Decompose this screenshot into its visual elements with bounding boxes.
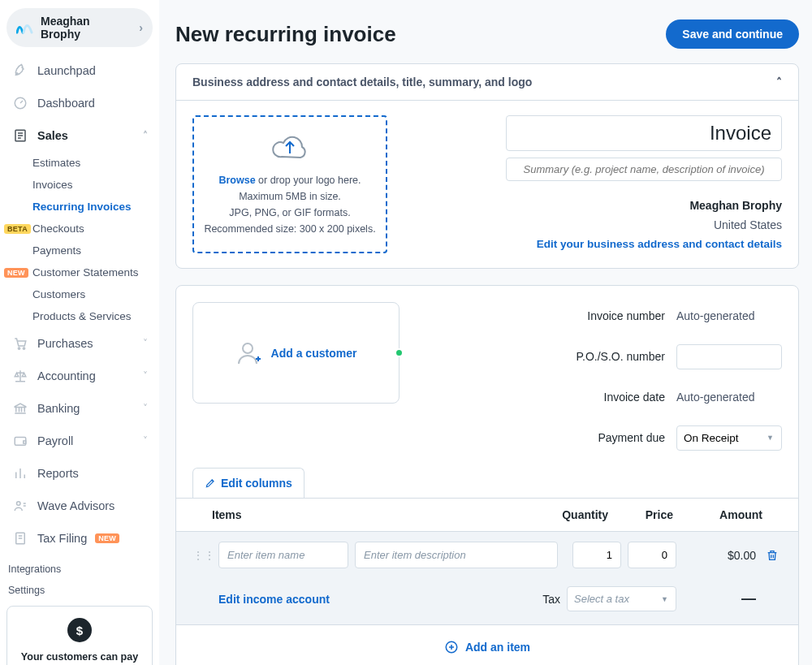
chevron-right-icon: › xyxy=(139,21,143,34)
nav-launchpad[interactable]: Launchpad xyxy=(6,55,153,86)
nav-tax-filing[interactable]: Tax Filing NEW xyxy=(6,523,153,554)
item-qty-input[interactable] xyxy=(572,542,621,568)
tax-doc-icon xyxy=(11,529,29,547)
drag-handle-icon[interactable]: ⋮⋮ xyxy=(192,549,212,562)
nav-sales-customer-statements[interactable]: NEW Customer Statements xyxy=(31,262,153,283)
tax-select[interactable]: Select a tax xyxy=(567,586,676,611)
add-customer-label: Add a customer xyxy=(271,347,357,360)
item-desc-input[interactable] xyxy=(355,542,558,568)
business-location: United States xyxy=(714,218,782,231)
nav-payroll[interactable]: Payroll ˅ xyxy=(6,425,153,456)
nav-sales[interactable]: Sales ˄ xyxy=(6,120,153,151)
wave-logo-icon xyxy=(16,20,34,35)
payment-due-select[interactable]: On Receipt xyxy=(676,425,782,451)
chevron-down-icon: ˅ xyxy=(143,338,148,349)
delete-item-button[interactable] xyxy=(762,549,782,562)
invoice-icon xyxy=(11,127,29,145)
edit-columns-tab[interactable]: Edit columns xyxy=(192,468,304,498)
nav-sales-payments[interactable]: Payments xyxy=(31,240,153,261)
bank-icon xyxy=(11,399,29,417)
add-item-button[interactable]: Add an item xyxy=(176,624,798,665)
nav-sales-checkouts[interactable]: BETA Checkouts xyxy=(31,218,153,239)
nav-settings[interactable]: Settings xyxy=(6,581,153,599)
bars-icon xyxy=(11,464,29,482)
account-name: Meaghan Brophy xyxy=(41,15,132,41)
invoice-date-value: Auto-generated xyxy=(676,383,782,411)
edit-income-account-link[interactable]: Edit income account xyxy=(218,593,529,606)
invoice-date-label: Invoice date xyxy=(416,391,665,404)
tax-amount-placeholder: — xyxy=(683,590,756,607)
dollar-coin-icon: $ xyxy=(67,618,92,642)
page-title: New recurring invoice xyxy=(175,22,396,47)
promo-title: Your customers can pay you online xyxy=(15,650,144,665)
sidebar: Meaghan Brophy › Launchpad Dashboard Sal… xyxy=(0,0,159,665)
col-quantity: Quantity xyxy=(543,508,608,521)
rocket-icon xyxy=(11,62,29,80)
cloud-upload-icon xyxy=(270,132,309,164)
item-amount: $0.00 xyxy=(683,549,756,562)
nav-purchases[interactable]: Purchases ˅ xyxy=(6,328,153,359)
line-item-row: ⋮⋮ $0.00 xyxy=(176,532,798,578)
promo-card: $ Your customers can pay you online Coll… xyxy=(6,606,153,665)
advisor-icon xyxy=(11,497,29,515)
logo-dropzone[interactable]: Browse or drop your logo here. Maximum 5… xyxy=(192,115,387,253)
new-badge: NEW xyxy=(4,268,28,278)
add-customer-card[interactable]: Add a customer xyxy=(192,302,400,404)
account-switcher[interactable]: Meaghan Brophy › xyxy=(6,8,153,47)
nav-dashboard[interactable]: Dashboard xyxy=(6,88,153,119)
business-name: Meaghan Brophy xyxy=(689,199,782,212)
save-continue-button[interactable]: Save and continue xyxy=(666,19,799,49)
nav-sales-products-services[interactable]: Products & Services xyxy=(31,306,153,326)
nav-integrations[interactable]: Integrations xyxy=(6,560,153,578)
nav-wave-advisors[interactable]: Wave Advisors xyxy=(6,490,153,521)
nav-banking[interactable]: Banking ˅ xyxy=(6,393,153,424)
main-content: New recurring invoice Save and continue … xyxy=(159,0,812,665)
col-amount: Amount xyxy=(673,508,762,521)
invoice-title-input[interactable] xyxy=(506,115,782,151)
po-so-label: P.O./S.O. number xyxy=(416,350,665,363)
items-header-row: Items Quantity Price Amount xyxy=(176,498,798,532)
col-price: Price xyxy=(608,508,673,521)
nav-sales-estimates[interactable]: Estimates xyxy=(31,153,153,173)
browse-link: Browse xyxy=(218,175,255,186)
status-dot-icon xyxy=(395,348,404,357)
chevron-down-icon: ˅ xyxy=(143,403,148,414)
sales-subnav: Estimates Invoices Recurring Invoices BE… xyxy=(31,153,153,326)
po-so-input[interactable] xyxy=(676,344,782,369)
chevron-down-icon: ˅ xyxy=(143,435,148,447)
svg-point-2 xyxy=(18,348,19,349)
tax-label: Tax xyxy=(536,593,560,606)
edit-business-link[interactable]: Edit your business address and contact d… xyxy=(537,238,782,250)
invoice-number-value: Auto-generated xyxy=(676,302,782,330)
nav-sales-customers[interactable]: Customers xyxy=(31,284,153,304)
gauge-icon xyxy=(11,94,29,112)
chevron-down-icon: ˅ xyxy=(143,370,148,382)
cart-icon xyxy=(11,335,29,352)
new-badge: NEW xyxy=(95,533,119,543)
main-nav: Launchpad Dashboard Sales ˄ Estimates In… xyxy=(6,55,153,554)
invoice-summary-input[interactable] xyxy=(506,158,782,181)
business-panel: Business address and contact details, ti… xyxy=(175,63,799,269)
plus-circle-icon xyxy=(444,640,459,654)
nav-sales-invoices[interactable]: Invoices xyxy=(31,175,153,195)
beta-badge: BETA xyxy=(4,224,31,234)
payment-due-label: Payment due xyxy=(416,431,665,444)
scales-icon xyxy=(11,367,29,385)
svg-point-3 xyxy=(23,348,24,349)
nav-reports[interactable]: Reports xyxy=(6,458,153,489)
item-name-input[interactable] xyxy=(218,542,348,568)
svg-point-5 xyxy=(17,502,21,506)
invoice-details-panel: Add a customer Invoice number Auto-gener… xyxy=(175,285,799,665)
nav-sales-recurring-invoices[interactable]: Recurring Invoices xyxy=(31,196,153,217)
item-price-input[interactable] xyxy=(628,542,676,568)
chevron-up-icon: ˄ xyxy=(776,76,782,89)
pencil-icon xyxy=(205,477,216,489)
chevron-up-icon: ˄ xyxy=(143,130,148,141)
wallet-icon xyxy=(11,432,29,450)
col-items: Items xyxy=(212,508,543,521)
nav-accounting[interactable]: Accounting ˅ xyxy=(6,361,153,391)
sidebar-footer-links: Integrations Settings xyxy=(6,560,153,599)
person-add-icon xyxy=(235,339,263,367)
svg-point-7 xyxy=(243,343,253,353)
business-panel-toggle[interactable]: Business address and contact details, ti… xyxy=(176,64,798,101)
